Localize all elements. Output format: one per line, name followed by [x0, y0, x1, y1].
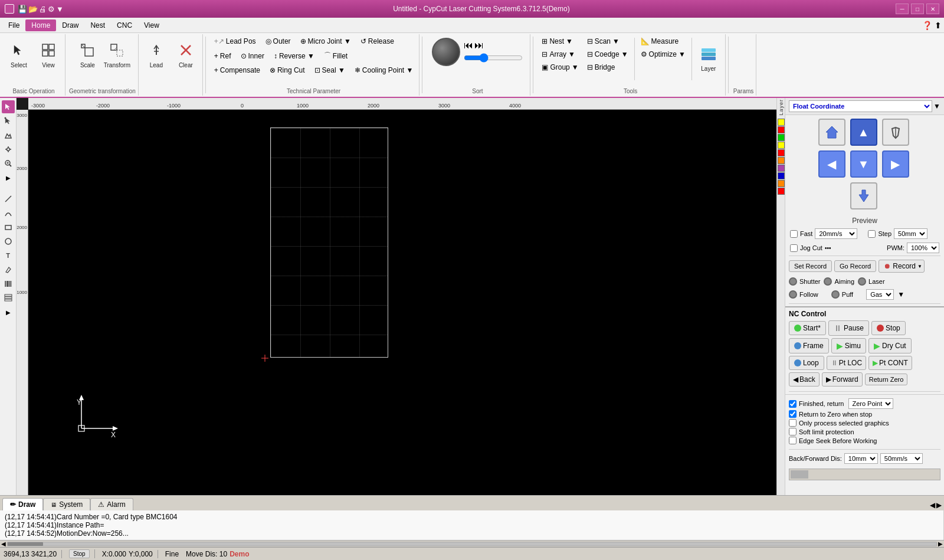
- pt-cont-button[interactable]: ▶ Pt CONT: [868, 356, 912, 370]
- rect-tool-button[interactable]: [2, 221, 15, 234]
- layer-color-3[interactable]: [778, 142, 785, 149]
- menu-icon[interactable]: ▼: [56, 5, 64, 14]
- select-button[interactable]: Select: [5, 35, 33, 76]
- fast-select[interactable]: 20mm/s50mm/s100mm/s: [815, 228, 857, 239]
- nav-right-button[interactable]: ▶: [882, 150, 909, 178]
- start-button[interactable]: Start*: [789, 321, 826, 335]
- menu-view[interactable]: View: [138, 19, 165, 31]
- nav-up-button[interactable]: ▲: [850, 119, 877, 146]
- frame-button[interactable]: Frame: [789, 338, 829, 353]
- view-button[interactable]: View: [34, 35, 63, 76]
- line-tool-button[interactable]: [2, 192, 15, 205]
- tab-scroll-right-icon[interactable]: ▶: [936, 501, 942, 509]
- ring-cut-button[interactable]: ⊗ Ring Cut: [266, 64, 309, 76]
- draw-tab[interactable]: ✏ Draw: [2, 498, 43, 510]
- follow-light[interactable]: [789, 290, 797, 299]
- close-button[interactable]: ✕: [926, 4, 939, 14]
- step-select[interactable]: 50mm1mm10mm: [894, 228, 927, 239]
- layer-color-9[interactable]: [778, 188, 785, 195]
- fillet-button[interactable]: ⌒ Fillet: [320, 49, 351, 63]
- layers-tool-button[interactable]: [2, 292, 15, 304]
- bottom-scrollbar[interactable]: ◀ ▶: [0, 540, 944, 547]
- group-button[interactable]: ▣ Group ▼: [538, 61, 582, 73]
- text-tool-button[interactable]: T: [2, 249, 15, 262]
- scan-button[interactable]: ⊟ Scan ▼: [584, 35, 632, 47]
- return-zero-button[interactable]: Return Zero: [865, 374, 908, 385]
- record-button[interactable]: ⏺ Record: [879, 260, 925, 273]
- micro-joint-button[interactable]: ⊕ Micro Joint ▼: [297, 35, 355, 47]
- coordinate-select[interactable]: Float Coordinate Machine Coordinate: [789, 100, 932, 112]
- save-icon[interactable]: 💾: [18, 5, 27, 14]
- loop-button[interactable]: Loop: [789, 356, 824, 370]
- expand-icon[interactable]: ⬆: [935, 21, 942, 30]
- play-prev-icon[interactable]: ⏮: [464, 40, 473, 51]
- menu-file[interactable]: File: [2, 19, 25, 31]
- cursor-tool-button[interactable]: [2, 100, 15, 113]
- finished-return-select[interactable]: Zero PointStart PointHome: [848, 398, 893, 409]
- pwm-select[interactable]: 100%75%50%25%: [907, 243, 939, 253]
- stop-button[interactable]: Stop: [871, 321, 906, 335]
- reverse-button[interactable]: ↕ Reverse ▼: [270, 49, 318, 63]
- node-tool-button[interactable]: [2, 114, 15, 127]
- barcode-tool-button[interactable]: [2, 277, 15, 290]
- layer-color-2[interactable]: [778, 134, 785, 141]
- nav-down-button[interactable]: ▼: [850, 150, 877, 178]
- nav-down-deep-button[interactable]: [850, 182, 877, 209]
- print-icon[interactable]: 🖨: [39, 5, 47, 14]
- right-scrollbar[interactable]: [789, 469, 940, 480]
- nest-button[interactable]: ⊞ Nest ▼: [538, 35, 582, 47]
- bridge-button[interactable]: ⊟ Bridge: [584, 61, 632, 73]
- nav-left-button[interactable]: ◀: [818, 150, 845, 178]
- jog-cut-checkbox[interactable]: [790, 244, 798, 252]
- menu-nest[interactable]: Nest: [84, 19, 111, 31]
- compensate-button[interactable]: + Compensate: [211, 64, 264, 76]
- system-tab[interactable]: 🖥 System: [43, 498, 90, 510]
- scroll-right-icon[interactable]: ▶: [938, 541, 943, 547]
- set-record-button[interactable]: Set Record: [789, 260, 832, 272]
- minimize-button[interactable]: ─: [896, 4, 909, 14]
- layer-color-7[interactable]: [778, 172, 785, 179]
- back-button[interactable]: ◀ Back: [789, 372, 820, 387]
- curve-tool-button[interactable]: [2, 207, 15, 220]
- layer-color-0[interactable]: [778, 119, 785, 126]
- measure-button[interactable]: 📐 Measure: [637, 35, 689, 47]
- alarm-tab[interactable]: ⚠ Alarm: [90, 498, 133, 510]
- layer-color-5[interactable]: [778, 157, 785, 164]
- cooling-point-button[interactable]: ❄ Cooling Point ▼: [351, 64, 417, 76]
- layer-color-4[interactable]: [778, 149, 785, 156]
- menu-cnc[interactable]: CNC: [111, 19, 138, 31]
- shutter-light[interactable]: [789, 277, 797, 286]
- menu-draw[interactable]: Draw: [56, 19, 84, 31]
- puff-light[interactable]: [831, 290, 840, 299]
- go-record-button[interactable]: Go Record: [834, 260, 876, 272]
- dry-cut-button[interactable]: ▶ Dry Cut: [868, 338, 912, 353]
- aiming-light[interactable]: [824, 277, 832, 286]
- laser-light[interactable]: [858, 277, 866, 286]
- draw-tool-button[interactable]: [2, 129, 15, 142]
- pt-loc-button[interactable]: ⏸ Pt LOC: [827, 356, 866, 370]
- forward-button[interactable]: ▶ Forward: [822, 372, 863, 387]
- help-icon[interactable]: ❓: [922, 21, 932, 30]
- pause-button[interactable]: ⏸ Pause: [828, 320, 869, 336]
- layer-color-8[interactable]: [778, 180, 785, 187]
- return-to-zero-checkbox[interactable]: [789, 410, 796, 418]
- maximize-button[interactable]: □: [911, 4, 924, 14]
- bfd-value2-select[interactable]: 50mm/s20mm/s100mm/s: [880, 453, 923, 464]
- outer-button[interactable]: ◎ Outer: [262, 35, 294, 47]
- layer-color-6[interactable]: [778, 165, 785, 172]
- layer-color-1[interactable]: [778, 126, 785, 133]
- scale-button[interactable]: Scale: [73, 35, 101, 76]
- clear-button[interactable]: Clear: [172, 35, 200, 76]
- tab-scroll-left-icon[interactable]: ◀: [930, 501, 935, 509]
- release-button[interactable]: ↺ Release: [357, 35, 398, 47]
- folder-icon[interactable]: 📂: [28, 5, 38, 14]
- finished-return-checkbox[interactable]: [789, 400, 796, 408]
- sort-slider[interactable]: [464, 53, 523, 63]
- soft-limit-checkbox[interactable]: [789, 428, 796, 435]
- lead-pos-button[interactable]: +↗ Lead Pos: [211, 35, 260, 47]
- zoom-tool-button[interactable]: [2, 157, 15, 170]
- play-next-icon[interactable]: ⏭: [474, 40, 484, 51]
- tool-nav-button[interactable]: [882, 119, 909, 146]
- bfd-value1-select[interactable]: 10mm5mm20mm: [844, 453, 878, 464]
- lead-button[interactable]: Lead: [142, 35, 171, 76]
